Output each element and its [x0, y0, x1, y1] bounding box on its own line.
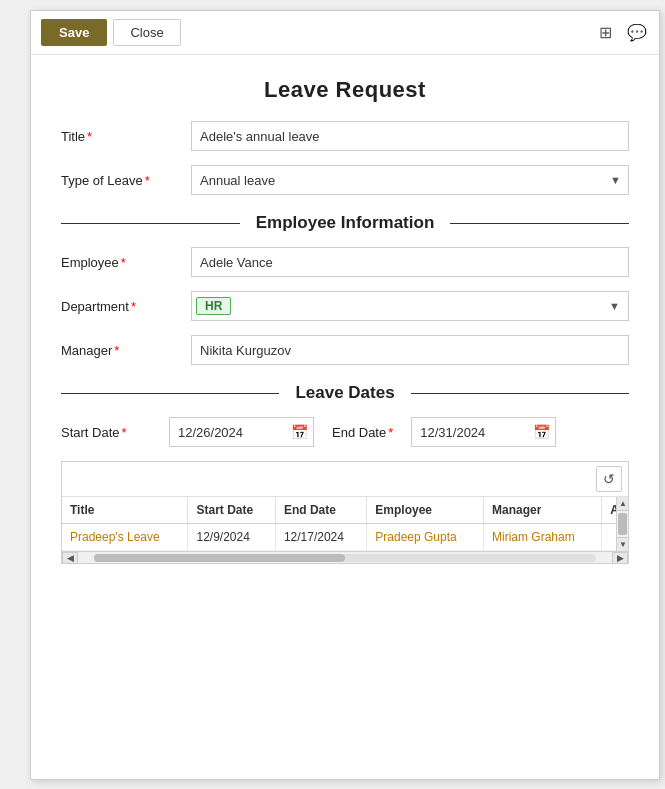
manager-row: Manager*	[61, 335, 629, 365]
table-toolbar: ↺	[62, 462, 628, 497]
employee-label: Employee*	[61, 255, 191, 270]
scroll-right-arrow[interactable]: ▶	[612, 552, 628, 564]
manager-required: *	[114, 343, 119, 358]
employee-section-title: Employee Information	[240, 213, 451, 233]
col-end-date: End Date	[275, 497, 366, 524]
start-date-calendar-icon[interactable]: 📅	[291, 424, 308, 440]
h-scroll-thumb[interactable]	[94, 554, 345, 562]
table-header-row: Title Start Date End Date Employee Manag…	[62, 497, 628, 524]
chat-icon[interactable]: 💬	[625, 21, 649, 45]
end-date-group: 📅	[411, 417, 556, 447]
row-start-date: 12/9/2024	[188, 524, 275, 551]
end-date-calendar-icon[interactable]: 📅	[533, 424, 550, 440]
department-badge: HR	[196, 297, 231, 315]
department-row: Department* HR ▼	[61, 291, 629, 321]
col-manager: Manager	[484, 497, 602, 524]
department-label: Department*	[61, 299, 191, 314]
row-title-link[interactable]: Pradeep's Leave	[70, 530, 160, 544]
close-button[interactable]: Close	[113, 19, 180, 46]
leave-table-section: ↺ Title Start Date End Date Employee Man…	[61, 461, 629, 564]
end-date-label: End Date*	[332, 425, 393, 440]
title-input[interactable]	[191, 121, 629, 151]
page-title: Leave Request	[61, 77, 629, 103]
leave-dates-section-title: Leave Dates	[279, 383, 410, 403]
department-chevron-icon: ▼	[609, 300, 620, 312]
leave-request-modal: ✕ Save Close ⊞ 💬 Leave Request Title* Ty…	[30, 10, 660, 780]
start-date-label: Start Date*	[61, 425, 151, 440]
dept-required: *	[131, 299, 136, 314]
manager-input[interactable]	[191, 335, 629, 365]
scroll-thumb[interactable]	[618, 513, 627, 535]
table-scroll-container: Title Start Date End Date Employee Manag…	[62, 497, 628, 551]
col-title: Title	[62, 497, 188, 524]
row-employee: Pradeep Gupta	[367, 524, 484, 551]
scroll-down-arrow[interactable]: ▼	[617, 537, 628, 551]
department-select-container[interactable]: HR ▼	[191, 291, 629, 321]
refresh-button[interactable]: ↺	[596, 466, 622, 492]
row-title: Pradeep's Leave	[62, 524, 188, 551]
divider-right	[450, 223, 629, 224]
leave-overlap-table: Title Start Date End Date Employee Manag…	[62, 497, 628, 551]
employee-row: Employee*	[61, 247, 629, 277]
leave-divider-right	[411, 393, 629, 394]
manager-label: Manager*	[61, 343, 191, 358]
type-of-leave-label: Type of Leave*	[61, 173, 191, 188]
leave-divider-left	[61, 393, 279, 394]
divider-left	[61, 223, 240, 224]
header-icons: ⊞ 💬	[593, 21, 649, 45]
modal-header: Save Close ⊞ 💬	[31, 11, 659, 55]
col-employee: Employee	[367, 497, 484, 524]
type-of-leave-select[interactable]: Annual leave Sick leave Unpaid leave Mat…	[191, 165, 629, 195]
row-employee-link[interactable]: Pradeep Gupta	[375, 530, 456, 544]
end-date-required: *	[388, 425, 393, 440]
type-required: *	[145, 173, 150, 188]
report-icon[interactable]: ⊞	[593, 21, 617, 45]
title-row: Title*	[61, 121, 629, 151]
employee-input[interactable]	[191, 247, 629, 277]
employee-section-divider: Employee Information	[61, 213, 629, 233]
end-date-wrapper: 📅	[411, 417, 556, 447]
leave-dates-section-divider: Leave Dates	[61, 383, 629, 403]
col-start-date: Start Date	[188, 497, 275, 524]
scroll-up-arrow[interactable]: ▲	[617, 497, 628, 511]
start-date-group: 📅	[169, 417, 314, 447]
row-end-date: 12/17/2024	[275, 524, 366, 551]
horizontal-scrollbar[interactable]: ◀ ▶	[62, 551, 628, 563]
dates-row: Start Date* 📅 End Date* 📅	[61, 417, 629, 447]
save-button[interactable]: Save	[41, 19, 107, 46]
h-scroll-track	[94, 554, 596, 562]
table-row: Pradeep's Leave 12/9/2024 12/17/2024 Pra…	[62, 524, 628, 551]
row-manager-link[interactable]: Miriam Graham	[492, 530, 575, 544]
scroll-left-arrow[interactable]: ◀	[62, 552, 78, 564]
start-date-wrapper: 📅	[169, 417, 314, 447]
row-manager: Miriam Graham	[484, 524, 602, 551]
employee-required: *	[121, 255, 126, 270]
title-required: *	[87, 129, 92, 144]
type-select-wrapper: Annual leave Sick leave Unpaid leave Mat…	[191, 165, 629, 195]
start-date-required: *	[122, 425, 127, 440]
type-of-leave-row: Type of Leave* Annual leave Sick leave U…	[61, 165, 629, 195]
vertical-scrollbar[interactable]: ▲ ▼	[616, 497, 628, 551]
modal-body: Leave Request Title* Type of Leave* Annu…	[31, 55, 659, 773]
title-label: Title*	[61, 129, 191, 144]
